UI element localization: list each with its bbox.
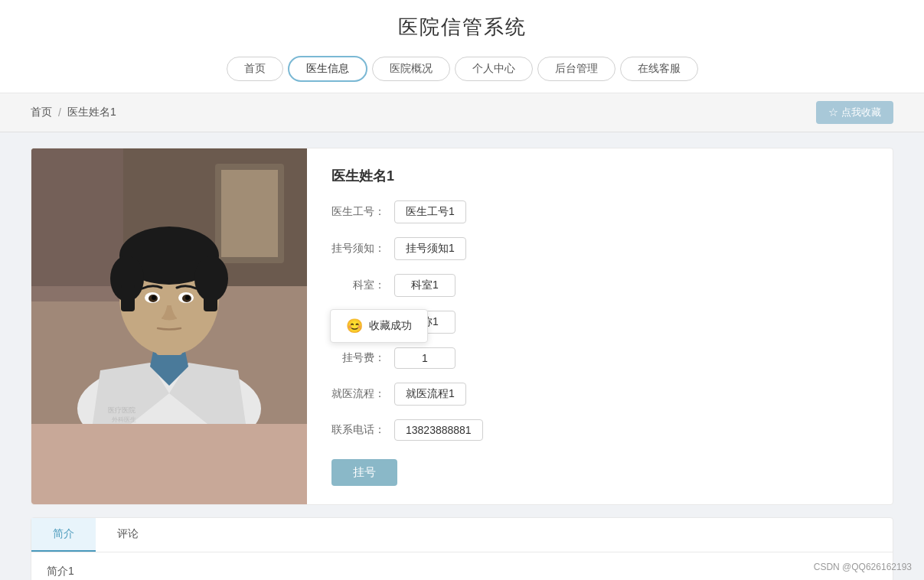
breadcrumb-home[interactable]: 首页: [31, 106, 52, 119]
toast-icon: 😊: [346, 318, 363, 334]
svg-rect-5: [31, 148, 123, 301]
doctor-name: 医生姓名1: [331, 167, 868, 185]
value-doctor-id: 医生工号1: [394, 200, 466, 223]
doctor-info-panel: 医生姓名1 医生工号： 医生工号1 挂号须知： 挂号须知1 科室： 科室1 职称…: [307, 148, 893, 504]
favorite-button[interactable]: ☆ 点我收藏: [816, 101, 893, 124]
svg-point-22: [185, 295, 190, 300]
toast-message: 收藏成功: [369, 319, 412, 333]
main-content: 医疗医院 外科医生 医生姓名1 医生工号： 医生工号1 挂号须知： 挂号须知1 …: [0, 132, 924, 580]
svg-rect-15: [121, 285, 135, 311]
watermark: CSDN @QQ626162193: [814, 562, 912, 572]
doctor-card: 医疗医院 外科医生 医生姓名1 医生工号： 医生工号1 挂号须知： 挂号须知1 …: [31, 148, 893, 505]
breadcrumb: 首页 / 医生姓名1: [31, 106, 116, 119]
intro-content: 简介1: [47, 565, 74, 577]
info-row-id: 医生工号： 医生工号1: [331, 200, 868, 223]
header: 医院信管系统: [0, 0, 924, 48]
label-notice: 挂号须知：: [331, 242, 385, 256]
tab-review[interactable]: 评论: [96, 518, 160, 552]
nav-item-home[interactable]: 首页: [227, 57, 283, 81]
tabs-section: 简介 评论 简介1: [31, 517, 893, 580]
info-row-fee: 挂号费： 1: [331, 347, 868, 369]
info-row-department: 科室： 科室1: [331, 274, 868, 297]
svg-text:外科医生: 外科医生: [112, 416, 136, 423]
app-title: 医院信管系统: [0, 14, 924, 41]
tabs-header: 简介 评论: [31, 518, 893, 552]
value-notice: 挂号须知1: [394, 237, 466, 260]
nav-item-online-service[interactable]: 在线客服: [620, 57, 698, 81]
nav-item-hospital-overview[interactable]: 医院概况: [372, 57, 450, 81]
svg-point-21: [152, 295, 156, 300]
label-process: 就医流程：: [331, 387, 385, 401]
doctor-photo: 医疗医院 外科医生: [31, 148, 307, 504]
info-row-process: 就医流程： 就医流程1: [331, 383, 868, 406]
tab-intro[interactable]: 简介: [31, 518, 96, 552]
toast-notification: 😊 收藏成功: [330, 309, 428, 343]
breadcrumb-current: 医生姓名1: [67, 106, 116, 119]
navigation: 首页 医生信息 医院概况 个人中心 后台管理 在线客服: [0, 48, 924, 93]
breadcrumb-bar: 首页 / 医生姓名1 ☆ 点我收藏: [0, 93, 924, 132]
value-process: 就医流程1: [394, 383, 466, 406]
register-button[interactable]: 挂号: [331, 459, 397, 486]
label-doctor-id: 医生工号：: [331, 205, 385, 219]
nav-item-personal-center[interactable]: 个人中心: [455, 57, 533, 81]
value-phone: 13823888881: [394, 419, 483, 441]
value-fee: 1: [394, 347, 455, 369]
nav-item-doctor-info[interactable]: 医生信息: [288, 56, 367, 82]
value-department: 科室1: [394, 274, 455, 297]
label-phone: 联系电话：: [331, 423, 385, 437]
breadcrumb-separator: /: [58, 106, 61, 119]
tabs-content: 简介1: [31, 552, 893, 580]
svg-rect-4: [221, 170, 278, 257]
label-fee: 挂号费：: [331, 351, 385, 365]
doctor-photo-svg: 医疗医院 外科医生: [31, 148, 307, 424]
info-row-phone: 联系电话： 13823888881: [331, 419, 868, 441]
svg-text:医疗医院: 医疗医院: [108, 406, 135, 414]
svg-rect-16: [204, 285, 217, 311]
info-row-notice: 挂号须知： 挂号须知1: [331, 237, 868, 260]
register-row: 挂号: [331, 455, 868, 486]
nav-item-backend-admin[interactable]: 后台管理: [537, 57, 615, 81]
label-department: 科室：: [331, 279, 385, 292]
